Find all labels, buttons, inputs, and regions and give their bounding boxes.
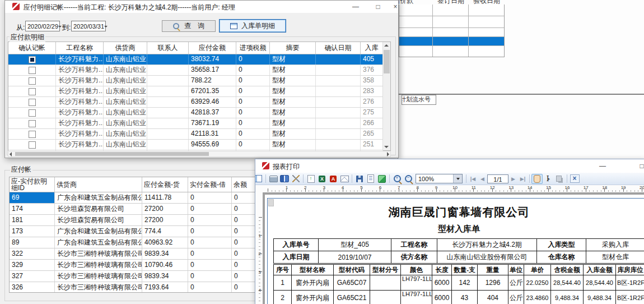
table-row[interactable]: 长沙万科魅力...山东南山铝业...73671.190型材266 [8, 118, 383, 129]
table-row[interactable]: 长沙万科魅力...山东南山铝业...42118.310型材265 [8, 129, 383, 140]
cell: GA65C07 [334, 275, 370, 291]
minimize-button[interactable]: — [348, 2, 363, 12]
table-row[interactable]: 长沙万科魅力...山东南山铝业...63929.460型材276 [8, 97, 383, 108]
scroll-left-icon[interactable] [10, 152, 12, 156]
send-email-icon[interactable] [339, 174, 350, 184]
inbound-detail-button[interactable]: 入库单明细 [219, 19, 286, 33]
column-header[interactable]: 进项税额 [236, 42, 270, 54]
export-icon[interactable] [305, 174, 316, 184]
table-row[interactable] [399, 46, 504, 57]
from-date-select[interactable]: 2020/02/29 [25, 21, 60, 31]
print-icon[interactable] [268, 174, 279, 184]
scrollbar-thumb[interactable] [384, 50, 390, 73]
design-icon[interactable] [290, 174, 301, 184]
export-excel-icon[interactable] [316, 174, 328, 184]
first-page-icon[interactable] [468, 176, 478, 182]
export-data-icon[interactable] [376, 174, 388, 184]
horizontal-scrollbar[interactable] [8, 151, 391, 157]
column-header[interactable]: 工程名称 [56, 42, 104, 54]
horizontal-ruler: 123456789101112131415161718192021 [256, 185, 643, 193]
column-header[interactable]: 确认记帐 [8, 42, 56, 54]
open-icon[interactable] [279, 174, 290, 184]
column-header[interactable]: 供货商 [104, 42, 147, 54]
text-select-icon[interactable] [543, 174, 554, 184]
table-row[interactable]: 173广东合和建筑五金制品有限公司774.400 [10, 226, 256, 237]
table-row[interactable]: 长沙万科魅力...山东南山铝业...67201.350型材283 [8, 86, 383, 97]
info-value: 山东南山铝业股份有限公司 [437, 251, 537, 264]
column-header[interactable]: 联系人 [147, 42, 189, 54]
confirm-checkbox[interactable] [29, 99, 36, 106]
table-row[interactable]: 长沙万科魅力...山东南山铝业...788.220型材358 [8, 76, 383, 86]
close-preview-icon[interactable] [569, 174, 580, 184]
confirm-checkbox[interactable] [29, 120, 36, 127]
confirm-checkbox[interactable] [29, 56, 36, 63]
cell: 长沙坦森贸易有限公司 [55, 215, 142, 225]
table-row[interactable]: 89广东合和建筑五金制品有限公司40963.9200 [10, 237, 256, 248]
save-icon[interactable] [354, 174, 365, 184]
close-button[interactable]: × [388, 2, 403, 12]
table-row[interactable]: 329长沙市三湘特种玻璃有限公司10790.4600 [10, 260, 256, 271]
confirm-checkbox[interactable] [29, 109, 36, 117]
hand-tool-icon[interactable] [531, 174, 543, 184]
table-row[interactable]: 181长沙坦森贸易有限公司2720000 [10, 215, 256, 226]
minimize-button[interactable]: — [595, 161, 610, 171]
confirm-checkbox[interactable] [29, 141, 36, 149]
table-row[interactable]: 长沙万科魅力...山东南山铝业...94555.690型材251 [8, 140, 383, 150]
maximize-button[interactable]: □ [370, 2, 386, 12]
scroll-down-icon[interactable] [384, 146, 389, 148]
from-date-value: 2020/02/29 [27, 23, 58, 30]
table-row[interactable]: 69广东合和建筑五金制品有限公司11411.7800 [10, 192, 256, 204]
table-row[interactable]: 326长沙市三湘特种玻璃有限公司7193.6400 [10, 282, 256, 293]
cell: 0 [188, 237, 232, 248]
ruler-number: 17 [584, 185, 589, 190]
column-header[interactable]: 应-实付款明细ID [10, 177, 55, 192]
toolbar-separator [466, 174, 466, 183]
to-date-select[interactable]: 2020/03/31 [71, 21, 106, 31]
title-bar[interactable]: 报表打印 [255, 159, 644, 173]
column-header[interactable]: 入库 [361, 42, 383, 54]
column-header[interactable]: 余额 [232, 177, 256, 192]
cell [469, 4, 504, 16]
zoom-in-icon[interactable] [391, 174, 403, 184]
table-row[interactable] [399, 37, 504, 46]
query-button[interactable]: 查 询 [162, 20, 216, 32]
column-header[interactable]: 摘要 [270, 42, 316, 54]
table-row[interactable] [399, 4, 504, 16]
confirm-checkbox[interactable] [29, 88, 36, 95]
scrollbar-thumb[interactable] [15, 152, 209, 156]
table-row[interactable]: 327长沙市三湘特种玻璃有限公司9839.3400 [10, 271, 256, 282]
page-settings-icon[interactable] [255, 174, 264, 184]
next-page-icon[interactable] [508, 176, 518, 182]
confirm-checkbox[interactable] [29, 131, 36, 138]
table-row[interactable] [399, 28, 504, 37]
table-row[interactable]: 长沙万科魅力...山东南山铝业...42818.370型材275 [8, 108, 383, 118]
scroll-up-icon[interactable] [384, 44, 389, 47]
prev-page-icon[interactable] [478, 176, 487, 182]
confirm-checkbox[interactable] [29, 67, 36, 74]
export-pdf-icon[interactable] [328, 174, 339, 184]
document-icon[interactable] [365, 174, 376, 184]
last-page-icon[interactable] [518, 176, 528, 182]
title-bar[interactable]: 应付明细记帐------当前工程: 长沙万科魅力之城4.2期------当前用户… [5, 1, 398, 13]
page-indicator[interactable]: 1/1 [487, 174, 508, 183]
column-header[interactable]: 供货商 [55, 177, 142, 192]
zoom-out-icon[interactable] [403, 174, 414, 184]
report-detail-row: 2窗外开内扇GA65C21LH797-1LL600043404公斤23.4860… [274, 291, 644, 304]
column-header[interactable]: 应付金额 [189, 42, 236, 54]
copy-icon[interactable] [554, 174, 565, 184]
table-row[interactable] [399, 16, 504, 28]
cell: 型材 [270, 97, 316, 107]
column-header[interactable]: 确认日期 [316, 42, 361, 54]
zoom-select[interactable]: 100% [416, 174, 463, 183]
column-header[interactable]: 实付金额-借 [188, 177, 232, 192]
vertical-scrollbar[interactable] [382, 42, 390, 150]
confirm-checkbox[interactable] [29, 77, 36, 85]
table-row[interactable]: 长沙万科魅力...山东南山铝业...35658.170型材376 [8, 65, 383, 76]
table-row[interactable]: 长沙万科魅力...山东南山铝业...38032.740型材405 [8, 54, 383, 65]
table-row[interactable]: 322长沙市三湘特种玻璃有限公司9839.3400 [10, 248, 256, 260]
scroll-right-icon[interactable] [387, 152, 389, 156]
table-row[interactable]: 174长沙坦森贸易有限公司2720000 [10, 204, 256, 215]
maximize-button[interactable]: □ [634, 161, 644, 171]
detail-table-body: 长沙万科魅力...山东南山铝业...38032.740型材405长沙万科魅力..… [8, 54, 383, 151]
column-header[interactable]: 应付金额-货 [142, 177, 188, 192]
